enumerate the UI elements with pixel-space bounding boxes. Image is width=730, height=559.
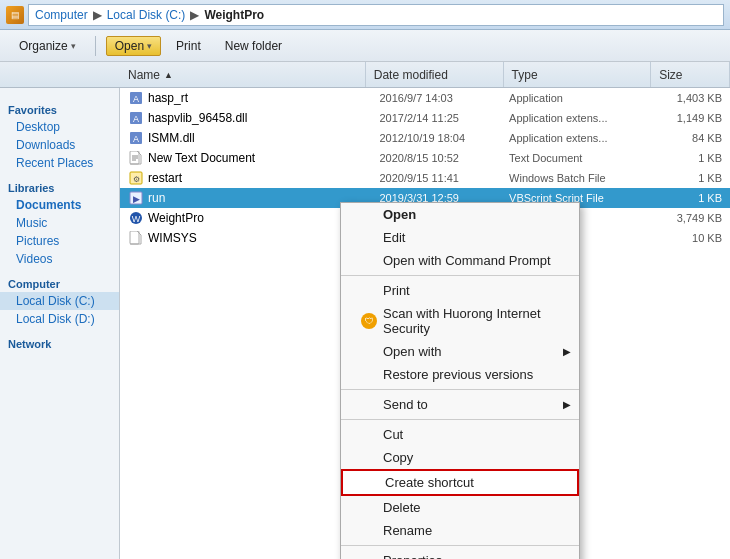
file-size: 1,403 KB (648, 92, 722, 104)
sidebar-item-videos[interactable]: Videos (0, 250, 119, 268)
breadcrumb[interactable]: Computer ▶ Local Disk (C:) ▶ WeightPro (28, 4, 724, 26)
svg-text:▶: ▶ (133, 194, 140, 204)
col-size[interactable]: Size (651, 62, 730, 87)
print-button[interactable]: Print (167, 36, 210, 56)
sidebar-item-pictures[interactable]: Pictures (0, 232, 119, 250)
new-folder-button[interactable]: New folder (216, 36, 291, 56)
file-size: 84 KB (648, 132, 722, 144)
col-date[interactable]: Date modified (366, 62, 504, 87)
menu-item-label: Copy (383, 450, 413, 465)
context-menu-item-rename[interactable]: Rename (341, 519, 579, 542)
organize-dropdown-icon: ▾ (71, 41, 76, 51)
context-menu-item-copy[interactable]: Copy (341, 446, 579, 469)
file-date: 2016/9/7 14:03 (379, 92, 509, 104)
table-row[interactable]: A ISMM.dll 2012/10/19 18:04 Application … (120, 128, 730, 148)
sidebar-item-locald[interactable]: Local Disk (D:) (0, 310, 119, 328)
sidebar-item-localc[interactable]: Local Disk (C:) (0, 292, 119, 310)
context-menu-separator (341, 389, 579, 390)
context-menu-separator (341, 545, 579, 546)
context-menu-item-properties[interactable]: Properties (341, 549, 579, 559)
file-type: Application extens... (509, 132, 648, 144)
file-name: hasp_rt (148, 91, 379, 105)
breadcrumb-sep-1: ▶ (93, 8, 102, 22)
sidebar-item-documents[interactable]: Documents (0, 196, 119, 214)
context-menu-item-edit[interactable]: Edit (341, 226, 579, 249)
file-size: 1,149 KB (648, 112, 722, 124)
file-icon: W (128, 210, 144, 226)
file-icon: A (128, 90, 144, 106)
file-size: 3,749 KB (648, 212, 722, 224)
context-menu-item-delete[interactable]: Delete (341, 496, 579, 519)
submenu-arrow-icon: ▶ (563, 346, 571, 357)
context-menu-item-print[interactable]: Print (341, 279, 579, 302)
table-row[interactable]: A hasp_rt 2016/9/7 14:03 Application 1,4… (120, 88, 730, 108)
context-menu-item-scan[interactable]: 🛡Scan with Huorong Internet Security (341, 302, 579, 340)
menu-item-label: Send to (383, 397, 428, 412)
file-type: Windows Batch File (509, 172, 648, 184)
svg-text:A: A (133, 134, 139, 144)
file-date: 2020/9/15 11:41 (379, 172, 509, 184)
file-icon: ▶ (128, 190, 144, 206)
security-icon: 🛡 (361, 313, 377, 329)
file-icon (128, 230, 144, 246)
file-size: 10 KB (648, 232, 722, 244)
sidebar-item-music[interactable]: Music (0, 214, 119, 232)
file-size: 1 KB (648, 152, 722, 164)
breadcrumb-computer[interactable]: Computer (35, 8, 88, 22)
sidebar-item-downloads[interactable]: Downloads (0, 136, 119, 154)
col-type[interactable]: Type (504, 62, 652, 87)
file-icon: ⚙ (128, 170, 144, 186)
open-label: Open (115, 39, 144, 53)
sidebar-item-recent[interactable]: Recent Places (0, 154, 119, 172)
col-sort-icon: ▲ (164, 70, 173, 80)
table-row[interactable]: ⚙ restart 2020/9/15 11:41 Windows Batch … (120, 168, 730, 188)
file-name: New Text Document (148, 151, 379, 165)
menu-item-label: Cut (383, 427, 403, 442)
file-icon: A (128, 130, 144, 146)
breadcrumb-current: WeightPro (204, 8, 264, 22)
context-menu-item-create-shortcut[interactable]: Create shortcut (341, 469, 579, 496)
toolbar-separator-1 (95, 36, 96, 56)
context-menu-separator (341, 275, 579, 276)
sidebar-item-desktop[interactable]: Desktop (0, 118, 119, 136)
sidebar: Favorites Desktop Downloads Recent Place… (0, 88, 120, 559)
print-label: Print (176, 39, 201, 53)
sidebar-header-network: Network (0, 334, 119, 352)
menu-item-label: Open with (383, 344, 442, 359)
menu-item-label: Rename (383, 523, 432, 538)
sidebar-header-computer: Computer (0, 274, 119, 292)
col-name[interactable]: Name ▲ (120, 62, 366, 87)
context-menu[interactable]: OpenEditOpen with Command PromptPrint🛡Sc… (340, 202, 580, 559)
table-row[interactable]: New Text Document 2020/8/15 10:52 Text D… (120, 148, 730, 168)
breadcrumb-sep-2: ▶ (190, 8, 199, 22)
table-row[interactable]: A haspvlib_96458.dll 2017/2/14 11:25 App… (120, 108, 730, 128)
menu-item-label: Print (383, 283, 410, 298)
column-headers: Name ▲ Date modified Type Size (0, 62, 730, 88)
file-date: 2012/10/19 18:04 (379, 132, 509, 144)
new-folder-label: New folder (225, 39, 282, 53)
menu-item-label: Properties (383, 553, 442, 559)
svg-text:A: A (133, 114, 139, 124)
context-menu-item-cut[interactable]: Cut (341, 423, 579, 446)
svg-rect-16 (130, 231, 139, 244)
sidebar-header-favorites: Favorites (0, 100, 119, 118)
file-name: ISMM.dll (148, 131, 379, 145)
file-date: 2020/8/15 10:52 (379, 152, 509, 164)
context-menu-item-open-cmd[interactable]: Open with Command Prompt (341, 249, 579, 272)
organize-button[interactable]: Organize ▾ (10, 36, 85, 56)
file-type: Text Document (509, 152, 648, 164)
context-menu-item-open-with[interactable]: Open with▶ (341, 340, 579, 363)
menu-item-label: Delete (383, 500, 421, 515)
context-menu-item-restore[interactable]: Restore previous versions (341, 363, 579, 386)
menu-item-label: Edit (383, 230, 405, 245)
submenu-arrow-icon: ▶ (563, 399, 571, 410)
file-icon: A (128, 110, 144, 126)
context-menu-item-send-to[interactable]: Send to▶ (341, 393, 579, 416)
folder-icon: ▤ (6, 6, 24, 24)
open-button[interactable]: Open ▾ (106, 36, 161, 56)
sidebar-header-libraries: Libraries (0, 178, 119, 196)
context-menu-item-open[interactable]: Open (341, 203, 579, 226)
breadcrumb-localdisk[interactable]: Local Disk (C:) (107, 8, 186, 22)
svg-text:W: W (132, 214, 141, 224)
file-size: 1 KB (648, 192, 722, 204)
